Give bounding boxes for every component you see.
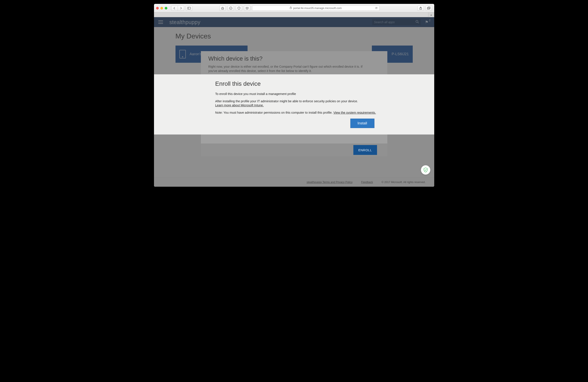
zoom-window-button[interactable]: [165, 7, 167, 9]
safari-toolbar: portal.fei.msuc05.manage.microsoft.com ⟳: [154, 4, 434, 12]
install-button[interactable]: Install: [350, 119, 375, 128]
system-requirements-link[interactable]: View the system requirements.: [333, 111, 376, 114]
page-content: stealthpuppy ⚑ 2: [154, 17, 434, 187]
close-window-button[interactable]: [156, 7, 159, 9]
which-device-body: Right now, your device is either not enr…: [209, 65, 363, 73]
enroll-line2: After installing the profile your IT adm…: [215, 99, 379, 108]
enroll-button[interactable]: ENROLL: [353, 145, 377, 155]
window-controls: [156, 7, 167, 9]
reload-button[interactable]: ⟳: [375, 6, 378, 10]
shield-button[interactable]: [236, 6, 242, 11]
svg-rect-9: [427, 7, 429, 9]
pocket-button[interactable]: [244, 6, 250, 11]
forward-button[interactable]: [178, 6, 184, 11]
share-button[interactable]: [418, 6, 424, 11]
svg-rect-10: [428, 7, 430, 9]
home-button[interactable]: [219, 6, 226, 11]
enroll-title: Enroll this device: [215, 80, 379, 87]
address-bar[interactable]: portal.fei.msuc05.manage.microsoft.com ⟳: [252, 5, 379, 11]
sidebar-button[interactable]: [186, 6, 192, 11]
minimize-window-button[interactable]: [160, 7, 163, 9]
safari-window: portal.fei.msuc05.manage.microsoft.com ⟳…: [154, 4, 434, 187]
svg-rect-6: [290, 7, 292, 9]
address-text: portal.fei.msuc05.manage.microsoft.com: [293, 7, 341, 10]
svg-rect-0: [188, 7, 190, 9]
svg-rect-2: [222, 8, 223, 9]
new-tab-button[interactable]: +: [428, 12, 434, 17]
back-button[interactable]: [171, 6, 178, 11]
info-button[interactable]: [228, 6, 234, 11]
lock-icon: [290, 6, 292, 10]
learn-more-link[interactable]: Learn more about Microsoft Intune.: [215, 104, 264, 107]
security-fab[interactable]: [421, 165, 430, 175]
shield-check-icon: [423, 167, 428, 172]
enroll-sheet: Enroll this device To enroll this device…: [154, 74, 434, 134]
enroll-line1: To enroll this device you must install a…: [215, 92, 379, 96]
which-device-title: Which device is this?: [209, 56, 380, 62]
tabs-button[interactable]: [426, 6, 432, 11]
enroll-note-text: Note: You must have administrator permis…: [215, 111, 334, 114]
enroll-line2-text: After installing the profile your IT adm…: [215, 99, 358, 103]
enroll-note: Note: You must have administrator permis…: [215, 111, 379, 115]
